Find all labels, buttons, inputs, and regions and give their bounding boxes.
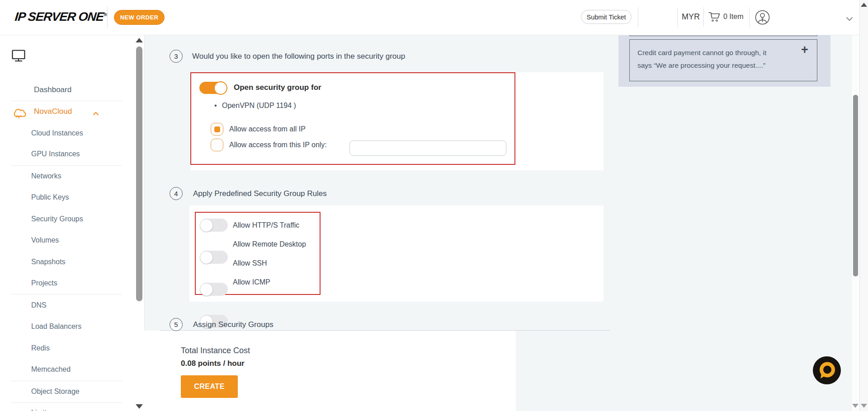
sidebar-item-limits[interactable]: Limits (31, 407, 50, 411)
allow-ssh-label: Allow SSH (233, 257, 267, 270)
account-menu-chevron-down-icon[interactable] (846, 15, 853, 23)
sidebar-divider (11, 101, 122, 101)
open-security-group-label: Open security group for (234, 81, 321, 94)
navbar-divider (749, 7, 750, 27)
sidebar-nav: Dashboard NovaCloud Cloud Instances GPU … (0, 35, 145, 411)
sidebar-item-novacloud[interactable]: NovaCloud (34, 106, 72, 117)
sidebar-divider (11, 402, 122, 403)
step-5-panel (144, 331, 516, 411)
sidebar-item-memcached[interactable]: Memcached (31, 364, 71, 375)
cart-icon[interactable] (708, 11, 721, 24)
sidebar-item-public-keys[interactable]: Public Keys (31, 191, 69, 203)
novacloud-chevron-up-icon[interactable] (93, 109, 99, 117)
sidebar-item-object-storage[interactable]: Object Storage (31, 386, 80, 397)
cart-count[interactable]: 0 Item (723, 13, 743, 21)
step-4-number-badge: 4 (170, 187, 183, 200)
port-item-label: OpenVPN (UDP 1194 ) (222, 99, 296, 112)
total-cost-label: Total Instance Cost (181, 346, 250, 355)
sidebar-scroll-up-arrow[interactable] (136, 38, 143, 42)
sidebar-scroll-down-arrow[interactable] (136, 404, 143, 409)
port-bullet: • (214, 99, 217, 112)
step-3-title: Would you like to open the following por… (192, 50, 405, 63)
navbar-divider (638, 7, 638, 27)
top-navbar: IP SERVER ONE® NEW ORDER Submit Ticket M… (0, 0, 859, 35)
toggle-knob (200, 283, 213, 296)
allow-remote-desktop-toggle[interactable] (200, 251, 228, 264)
sidebar-item-volumes[interactable]: Volumes (31, 234, 59, 246)
allow-all-ip-radio[interactable] (211, 123, 223, 135)
toggle-knob (200, 219, 213, 232)
sidebar-scrollbar-thumb[interactable] (136, 47, 142, 301)
allow-icmp-label: Allow ICMP (233, 276, 270, 289)
faq-question-line-2: says “We are processing your request....… (637, 61, 765, 70)
ip-address-input[interactable] (349, 140, 506, 156)
content-scroll-down-arrow[interactable] (852, 404, 859, 408)
allow-ssh-toggle[interactable] (200, 283, 228, 296)
toggle-knob (200, 251, 213, 264)
new-order-button[interactable]: NEW ORDER (114, 10, 165, 25)
novacloud-cloud-icon (11, 105, 27, 121)
security-group-alert-box: Open security group for • OpenVPN (UDP 1… (190, 72, 515, 165)
open-security-group-toggle[interactable] (199, 82, 226, 94)
page-scroll-down-arrow[interactable] (861, 404, 867, 408)
currency-selector[interactable]: MYR (682, 12, 700, 22)
allow-this-ip-radio[interactable] (211, 139, 223, 151)
radio-selected-dot (214, 126, 220, 132)
sidebar-item-load-balancers[interactable]: Load Balancers (31, 321, 81, 332)
total-cost-value: 0.08 points / hour (181, 359, 245, 368)
content-scrollbar-thumb[interactable] (853, 95, 858, 276)
predefined-rules-alert-box: Allow HTTP/S Traffic Allow Remote Deskto… (195, 212, 321, 295)
sidebar-item-gpu-instances[interactable]: GPU Instances (31, 148, 80, 160)
logo-text: IP SERVER ONE (14, 10, 104, 23)
step-3-number-badge: 3 (170, 50, 183, 63)
page-scroll-up-arrow[interactable] (861, 3, 867, 7)
step-4-title: Apply Predefined Security Group Rules (193, 187, 327, 200)
sidebar-item-projects[interactable]: Projects (31, 277, 57, 289)
sidebar-item-dns[interactable]: DNS (31, 299, 47, 311)
ipserverone-logo[interactable]: IP SERVER ONE® (14, 10, 107, 24)
dashboard-monitor-icon (12, 50, 25, 64)
faq-question-line-1: Credit card payment cannot go through, i… (637, 49, 766, 57)
navbar-divider (677, 7, 678, 27)
sidebar-item-redis[interactable]: Redis (31, 342, 50, 354)
navbar-divider (703, 7, 704, 27)
step-5-title: Assign Security Groups (193, 318, 274, 331)
page-scrollbar-track[interactable] (859, 0, 868, 411)
create-button[interactable]: CREATE (181, 375, 238, 398)
sidebar-item-snapshots[interactable]: Snapshots (31, 256, 66, 268)
allow-all-ip-label: Allow access from all IP (229, 123, 306, 135)
submit-ticket-button[interactable]: Submit Ticket (581, 10, 632, 24)
allow-https-label: Allow HTTP/S Traffic (233, 219, 299, 232)
sidebar-item-dashboard[interactable]: Dashboard (34, 84, 71, 96)
step-5-number-badge: 5 (170, 318, 183, 331)
sidebar-divider (11, 381, 122, 381)
user-account-icon[interactable] (755, 10, 770, 27)
allow-remote-desktop-label: Allow Remote Desktop (233, 238, 306, 251)
allow-https-toggle[interactable] (200, 219, 228, 232)
sidebar-item-cloud-instances[interactable]: Cloud Instances (31, 127, 83, 139)
sidebar-divider (11, 165, 122, 166)
sidebar-divider (11, 294, 122, 294)
navbar-divider (107, 6, 108, 28)
faq-accordion-item[interactable] (629, 39, 817, 81)
faq-expand-plus-icon[interactable]: + (801, 44, 808, 55)
sidebar-item-security-groups[interactable]: Security Groups (31, 213, 83, 225)
logo-registered-mark: ® (104, 12, 107, 17)
toggle-knob (214, 81, 227, 95)
sidebar-item-networks[interactable]: Networks (31, 170, 61, 182)
allow-this-ip-label: Allow access from this IP only: (229, 139, 327, 151)
live-chat-button[interactable] (813, 356, 841, 384)
